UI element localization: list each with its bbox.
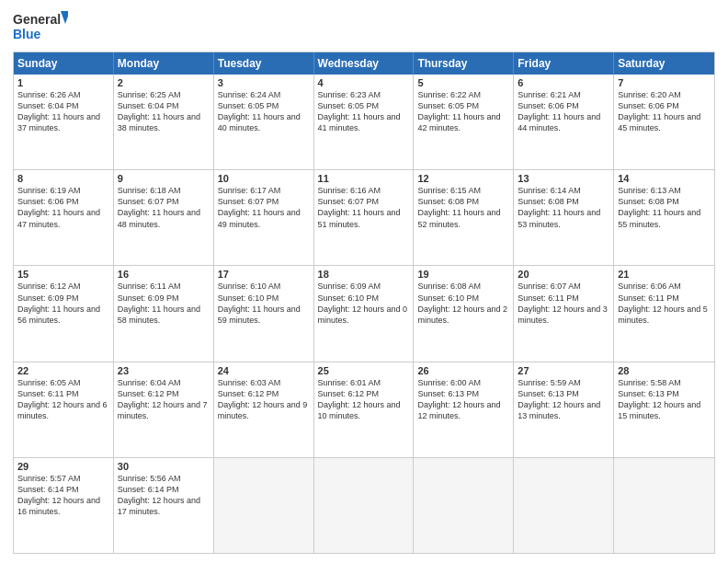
cell-info: Sunrise: 6:07 AMSunset: 6:11 PMDaylight:… bbox=[518, 282, 608, 324]
calendar-row-2: 15 Sunrise: 6:12 AMSunset: 6:09 PMDaylig… bbox=[14, 265, 714, 361]
cell-info: Sunrise: 6:21 AMSunset: 6:06 PMDaylight:… bbox=[518, 90, 600, 132]
day-name-thursday: Thursday bbox=[414, 52, 514, 75]
calendar-cell: 22 Sunrise: 6:05 AMSunset: 6:11 PMDaylig… bbox=[14, 362, 114, 457]
cell-info: Sunrise: 6:05 AMSunset: 6:11 PMDaylight:… bbox=[17, 378, 108, 420]
day-number: 30 bbox=[118, 461, 210, 472]
calendar-cell: 10 Sunrise: 6:17 AMSunset: 6:07 PMDaylig… bbox=[214, 170, 314, 265]
day-number: 7 bbox=[618, 77, 711, 88]
day-name-friday: Friday bbox=[514, 52, 614, 75]
calendar-cell: 30 Sunrise: 5:56 AMSunset: 6:14 PMDaylig… bbox=[114, 458, 214, 553]
cell-info: Sunrise: 5:56 AMSunset: 6:14 PMDaylight:… bbox=[118, 474, 200, 516]
calendar-header: SundayMondayTuesdayWednesdayThursdayFrid… bbox=[14, 52, 714, 75]
calendar-cell: 19 Sunrise: 6:08 AMSunset: 6:10 PMDaylig… bbox=[414, 266, 514, 361]
logo-svg: General Blue bbox=[13, 9, 68, 44]
day-number: 1 bbox=[17, 77, 109, 88]
calendar-cell bbox=[214, 458, 314, 553]
day-number: 28 bbox=[618, 365, 711, 376]
calendar-cell: 16 Sunrise: 6:11 AMSunset: 6:09 PMDaylig… bbox=[114, 266, 214, 361]
calendar-cell: 21 Sunrise: 6:06 AMSunset: 6:11 PMDaylig… bbox=[614, 266, 714, 361]
calendar-cell: 28 Sunrise: 5:58 AMSunset: 6:13 PMDaylig… bbox=[614, 362, 714, 457]
calendar-cell: 27 Sunrise: 5:59 AMSunset: 6:13 PMDaylig… bbox=[514, 362, 614, 457]
day-number: 18 bbox=[318, 269, 410, 280]
day-number: 19 bbox=[417, 269, 509, 280]
day-name-saturday: Saturday bbox=[614, 52, 714, 75]
calendar-row-3: 22 Sunrise: 6:05 AMSunset: 6:11 PMDaylig… bbox=[14, 362, 714, 457]
day-name-tuesday: Tuesday bbox=[214, 52, 314, 75]
day-number: 5 bbox=[417, 77, 509, 88]
calendar-cell: 20 Sunrise: 6:07 AMSunset: 6:11 PMDaylig… bbox=[514, 266, 614, 361]
page-header: General Blue bbox=[13, 9, 715, 44]
svg-text:Blue: Blue bbox=[13, 27, 41, 41]
cell-info: Sunrise: 6:03 AMSunset: 6:12 PMDaylight:… bbox=[218, 378, 308, 420]
cell-info: Sunrise: 6:15 AMSunset: 6:08 PMDaylight:… bbox=[417, 186, 500, 228]
day-number: 10 bbox=[218, 173, 310, 184]
cell-info: Sunrise: 6:22 AMSunset: 6:05 PMDaylight:… bbox=[417, 90, 500, 132]
day-number: 11 bbox=[318, 173, 410, 184]
calendar-cell: 17 Sunrise: 6:10 AMSunset: 6:10 PMDaylig… bbox=[214, 266, 314, 361]
calendar-row-0: 1 Sunrise: 6:26 AMSunset: 6:04 PMDayligh… bbox=[14, 75, 714, 169]
cell-info: Sunrise: 6:13 AMSunset: 6:08 PMDaylight:… bbox=[618, 186, 700, 228]
cell-info: Sunrise: 5:58 AMSunset: 6:13 PMDaylight:… bbox=[618, 378, 700, 420]
cell-info: Sunrise: 6:24 AMSunset: 6:05 PMDaylight:… bbox=[218, 90, 301, 132]
calendar-body: 1 Sunrise: 6:26 AMSunset: 6:04 PMDayligh… bbox=[14, 75, 714, 553]
calendar: SundayMondayTuesdayWednesdayThursdayFrid… bbox=[13, 52, 715, 554]
calendar-row-1: 8 Sunrise: 6:19 AMSunset: 6:06 PMDayligh… bbox=[14, 169, 714, 265]
cell-info: Sunrise: 5:57 AMSunset: 6:14 PMDaylight:… bbox=[17, 474, 100, 516]
calendar-cell: 25 Sunrise: 6:01 AMSunset: 6:12 PMDaylig… bbox=[314, 362, 415, 457]
calendar-cell: 3 Sunrise: 6:24 AMSunset: 6:05 PMDayligh… bbox=[214, 75, 314, 169]
svg-text:General: General bbox=[13, 12, 61, 27]
calendar-cell: 1 Sunrise: 6:26 AMSunset: 6:04 PMDayligh… bbox=[14, 75, 114, 169]
cell-info: Sunrise: 6:06 AMSunset: 6:11 PMDaylight:… bbox=[618, 282, 708, 324]
calendar-cell: 4 Sunrise: 6:23 AMSunset: 6:05 PMDayligh… bbox=[314, 75, 415, 169]
cell-info: Sunrise: 6:25 AMSunset: 6:04 PMDaylight:… bbox=[118, 90, 200, 132]
day-name-wednesday: Wednesday bbox=[314, 52, 415, 75]
calendar-cell: 7 Sunrise: 6:20 AMSunset: 6:06 PMDayligh… bbox=[614, 75, 714, 169]
calendar-cell: 18 Sunrise: 6:09 AMSunset: 6:10 PMDaylig… bbox=[314, 266, 415, 361]
calendar-cell: 6 Sunrise: 6:21 AMSunset: 6:06 PMDayligh… bbox=[514, 75, 614, 169]
day-name-monday: Monday bbox=[114, 52, 214, 75]
day-number: 9 bbox=[118, 173, 210, 184]
svg-marker-2 bbox=[61, 11, 68, 24]
day-number: 14 bbox=[618, 173, 711, 184]
day-number: 27 bbox=[518, 365, 609, 376]
calendar-cell bbox=[514, 458, 614, 553]
calendar-cell: 24 Sunrise: 6:03 AMSunset: 6:12 PMDaylig… bbox=[214, 362, 314, 457]
calendar-cell: 13 Sunrise: 6:14 AMSunset: 6:08 PMDaylig… bbox=[514, 170, 614, 265]
calendar-cell bbox=[614, 458, 714, 553]
calendar-cell: 26 Sunrise: 6:00 AMSunset: 6:13 PMDaylig… bbox=[414, 362, 514, 457]
cell-info: Sunrise: 6:20 AMSunset: 6:06 PMDaylight:… bbox=[618, 90, 700, 132]
cell-info: Sunrise: 6:17 AMSunset: 6:07 PMDaylight:… bbox=[218, 186, 301, 228]
day-number: 22 bbox=[17, 365, 109, 376]
day-number: 25 bbox=[318, 365, 410, 376]
calendar-cell: 14 Sunrise: 6:13 AMSunset: 6:08 PMDaylig… bbox=[614, 170, 714, 265]
calendar-cell: 5 Sunrise: 6:22 AMSunset: 6:05 PMDayligh… bbox=[414, 75, 514, 169]
cell-info: Sunrise: 6:01 AMSunset: 6:12 PMDaylight:… bbox=[318, 378, 401, 420]
calendar-cell: 11 Sunrise: 6:16 AMSunset: 6:07 PMDaylig… bbox=[314, 170, 415, 265]
cell-info: Sunrise: 6:23 AMSunset: 6:05 PMDaylight:… bbox=[318, 90, 401, 132]
calendar-cell: 15 Sunrise: 6:12 AMSunset: 6:09 PMDaylig… bbox=[14, 266, 114, 361]
cell-info: Sunrise: 6:09 AMSunset: 6:10 PMDaylight:… bbox=[318, 282, 408, 324]
cell-info: Sunrise: 6:08 AMSunset: 6:10 PMDaylight:… bbox=[417, 282, 507, 324]
cell-info: Sunrise: 6:14 AMSunset: 6:08 PMDaylight:… bbox=[518, 186, 600, 228]
calendar-cell: 8 Sunrise: 6:19 AMSunset: 6:06 PMDayligh… bbox=[14, 170, 114, 265]
day-number: 6 bbox=[518, 77, 609, 88]
calendar-cell: 2 Sunrise: 6:25 AMSunset: 6:04 PMDayligh… bbox=[114, 75, 214, 169]
day-number: 15 bbox=[17, 269, 109, 280]
day-number: 4 bbox=[318, 77, 410, 88]
day-number: 2 bbox=[118, 77, 210, 88]
day-number: 21 bbox=[618, 269, 711, 280]
calendar-cell: 12 Sunrise: 6:15 AMSunset: 6:08 PMDaylig… bbox=[414, 170, 514, 265]
calendar-cell: 9 Sunrise: 6:18 AMSunset: 6:07 PMDayligh… bbox=[114, 170, 214, 265]
cell-info: Sunrise: 6:00 AMSunset: 6:13 PMDaylight:… bbox=[417, 378, 500, 420]
cell-info: Sunrise: 6:26 AMSunset: 6:04 PMDaylight:… bbox=[17, 90, 100, 132]
day-number: 26 bbox=[417, 365, 509, 376]
day-number: 29 bbox=[17, 461, 109, 472]
cell-info: Sunrise: 6:16 AMSunset: 6:07 PMDaylight:… bbox=[318, 186, 401, 228]
day-name-sunday: Sunday bbox=[14, 52, 114, 75]
day-number: 16 bbox=[118, 269, 210, 280]
day-number: 17 bbox=[218, 269, 310, 280]
day-number: 3 bbox=[218, 77, 310, 88]
day-number: 13 bbox=[518, 173, 609, 184]
calendar-cell: 23 Sunrise: 6:04 AMSunset: 6:12 PMDaylig… bbox=[114, 362, 214, 457]
calendar-row-4: 29 Sunrise: 5:57 AMSunset: 6:14 PMDaylig… bbox=[14, 457, 714, 553]
